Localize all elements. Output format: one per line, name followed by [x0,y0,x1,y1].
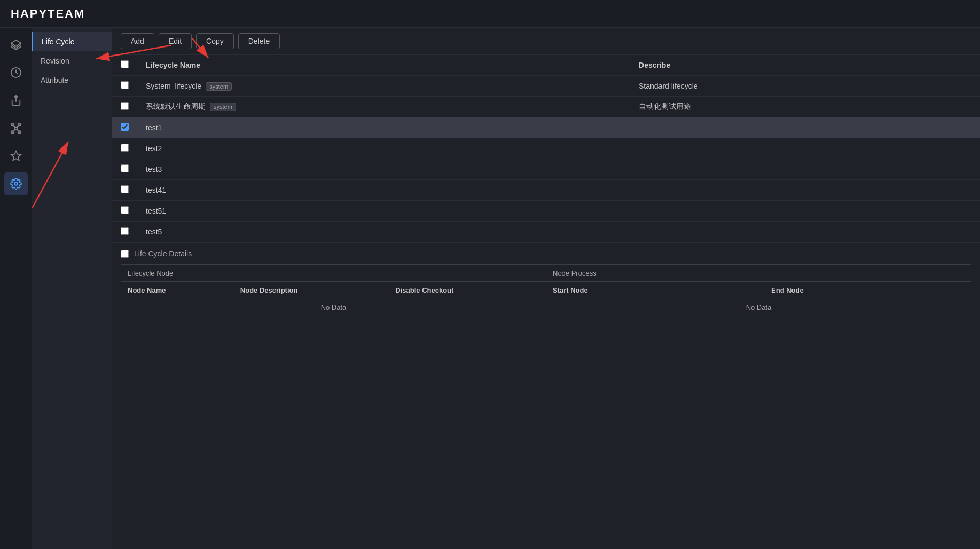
row-checkbox[interactable] [121,185,129,193]
process-col-start: Start Node [546,282,765,299]
node-col-name: Node Name [121,282,234,299]
row-describe [630,159,980,180]
table-row[interactable]: test5 [112,222,980,242]
node-col-checkout: Disable Checkout [389,282,546,299]
table-row[interactable]: test2 [112,138,980,159]
row-lifecycle-name: System_lifecyclesystem [137,76,630,97]
lifecycle-node-title: Lifecycle Node [121,265,546,282]
sidebar-item-lifecycle[interactable]: Life Cycle [32,32,112,51]
layers-icon[interactable] [4,33,28,57]
row-describe [630,201,980,222]
table-row[interactable]: test1 [112,117,980,138]
lifecycle-node-no-data-row: No Data [121,299,546,316]
node-col-desc: Node Description [234,282,389,299]
add-button[interactable]: Add [121,33,154,49]
svg-line-13 [16,126,19,128]
row-lifecycle-name: test5 [137,222,630,242]
svg-point-17 [14,182,18,185]
lifecycle-table-container: Lifecycle Name Describe System_lifecycle… [112,55,980,549]
details-panels: Lifecycle Node Node Name Node Descriptio… [121,264,971,371]
details-divider: Life Cycle Details [121,249,971,258]
row-describe [630,180,980,201]
svg-rect-11 [18,131,20,134]
settings-icon[interactable] [4,172,28,195]
lifecycle-table: Lifecycle Name Describe System_lifecycle… [112,55,980,242]
row-describe: Standard lifecycle [630,76,980,97]
clock-icon[interactable] [4,61,28,84]
delete-button[interactable]: Delete [238,33,280,49]
node-process-title: Node Process [546,265,971,282]
table-row[interactable]: test41 [112,180,980,201]
row-checkbox[interactable] [121,206,129,214]
select-all-checkbox[interactable] [121,60,129,68]
sidebar-icons [0,28,32,549]
main-layout: Life Cycle Revision Attribute Add Edit C… [0,28,980,549]
lifecycle-node-panel: Lifecycle Node Node Name Node Descriptio… [121,264,546,371]
table-row[interactable]: test3 [112,159,980,180]
network-icon[interactable] [4,116,28,140]
app-title: HAPYTEAM [11,7,85,21]
svg-line-15 [16,129,19,131]
details-divider-line [197,254,971,254]
svg-marker-16 [11,151,20,160]
svg-rect-7 [11,123,14,126]
sidebar-item-attribute[interactable]: Attribute [32,70,112,90]
row-checkbox[interactable] [121,81,129,89]
star-icon[interactable] [4,144,28,168]
svg-line-14 [12,129,15,131]
node-process-panel: Node Process Start Node End Node No D [546,264,971,371]
row-describe [630,117,980,138]
details-label: Life Cycle Details [134,249,192,258]
header-checkbox-cell [112,55,137,76]
row-checkbox[interactable] [121,164,129,172]
table-row[interactable]: 系统默认生命周期system自动化测试用途 [112,97,980,117]
row-lifecycle-name: test1 [137,117,630,138]
sidebar-item-revision[interactable]: Revision [32,51,112,70]
share-icon[interactable] [4,89,28,112]
nav-panel: Life Cycle Revision Attribute [32,28,112,549]
svg-rect-10 [11,131,14,134]
svg-line-12 [12,126,15,128]
copy-button[interactable]: Copy [196,33,234,49]
col-header-describe: Describe [630,55,980,76]
header: HAPYTEAM [0,0,980,28]
node-process-no-data-row: No Data [546,299,971,316]
table-row[interactable]: test51 [112,201,980,222]
edit-button[interactable]: Edit [159,33,192,49]
details-section: Life Cycle Details Lifecycle Node Node N… [112,242,980,371]
row-lifecycle-name: test41 [137,180,630,201]
content-area: Add Edit Copy Delete Lifecycle Name Desc… [112,28,980,549]
row-checkbox[interactable] [121,144,129,152]
details-checkbox[interactable] [121,250,129,258]
row-describe [630,138,980,159]
row-lifecycle-name: test3 [137,159,630,180]
row-lifecycle-name: test2 [137,138,630,159]
svg-rect-9 [14,127,18,129]
process-col-end: End Node [765,282,971,299]
row-lifecycle-name: test51 [137,201,630,222]
col-header-name: Lifecycle Name [137,55,630,76]
row-describe [630,222,980,242]
row-checkbox[interactable] [121,102,129,110]
row-checkbox[interactable] [121,227,129,235]
toolbar: Add Edit Copy Delete [112,28,980,55]
node-process-no-data: No Data [546,299,971,316]
node-process-table: Start Node End Node No Data [546,282,971,316]
system-badge: system [210,103,236,111]
lifecycle-node-no-data: No Data [121,299,546,316]
system-badge: system [206,82,232,91]
row-describe: 自动化测试用途 [630,97,980,117]
row-lifecycle-name: 系统默认生命周期system [137,97,630,117]
lifecycle-node-table: Node Name Node Description Disable Check… [121,282,546,316]
svg-rect-8 [18,123,20,126]
row-checkbox[interactable] [121,123,129,131]
table-row[interactable]: System_lifecyclesystemStandard lifecycle [112,76,980,97]
